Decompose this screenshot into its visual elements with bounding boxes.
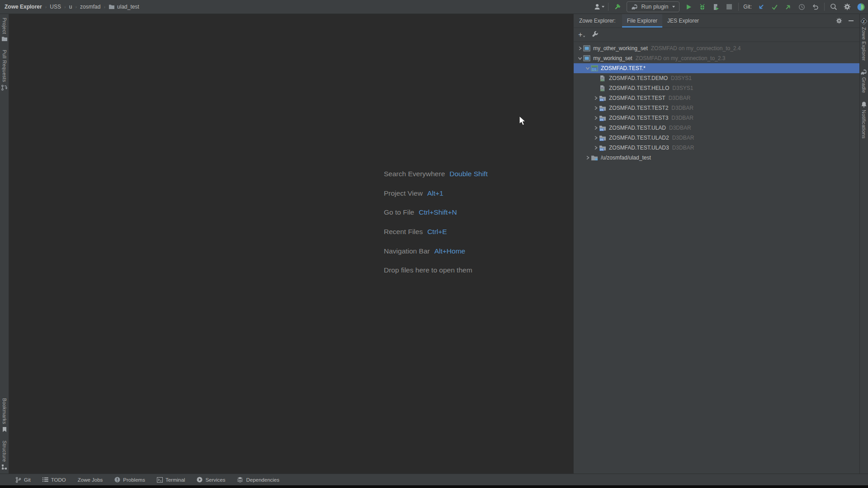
dataset-member-icon: DS [599, 75, 607, 82]
tree-item-detail: D3DBAR [671, 105, 693, 111]
pds-icon: DS [599, 115, 607, 122]
app-logo-icon [857, 3, 865, 11]
chevron-down-icon[interactable] [576, 55, 583, 62]
tree-row[interactable]: DSZOSMFAD.TEST.DEMOD3SYS1 [574, 73, 859, 83]
stripe-button-gradle[interactable]: Gradle [860, 69, 868, 93]
bottom-bar-item-services[interactable]: Services [197, 477, 225, 483]
shortcut-keys: Ctrl+Shift+N [419, 208, 457, 216]
bottom-bar-item-terminal[interactable]: Terminal [157, 477, 185, 483]
structure-icon [1, 464, 7, 470]
settings-icon-button[interactable] [843, 2, 852, 11]
git-label: Git: [743, 4, 752, 10]
tree-row[interactable]: DSZOSMFAD.TEST.ULAD2D3DBAR [574, 133, 859, 143]
commit-icon-button[interactable] [770, 2, 779, 11]
bottom-bar-item-zowe-jobs[interactable]: Zowe Jobs [78, 477, 103, 483]
search-icon-button[interactable] [829, 2, 838, 11]
working-set-icon [583, 45, 591, 52]
commit-icon [771, 4, 778, 10]
tree-row[interactable]: my_working_setZOSMFAD on my_connection_t… [574, 53, 859, 63]
bottom-bar-item-dependencies[interactable]: Dependencies [237, 477, 279, 483]
mouse-cursor [519, 116, 527, 127]
chevron-down-icon [602, 6, 604, 8]
chevron-right-icon[interactable] [576, 45, 583, 52]
add-working-set-button[interactable]: + [578, 32, 585, 38]
update-icon-button[interactable] [756, 2, 765, 11]
tree-row[interactable]: DSZOSMFAD.TEST.ULAD3D3DBAR [574, 143, 859, 153]
shortcut-keys: Alt+Home [434, 247, 466, 255]
breadcrumb-item[interactable]: Zowe Explorer [5, 4, 42, 10]
run-icon [686, 4, 692, 10]
stripe-button-structure[interactable]: Structure [1, 441, 7, 470]
coverage-icon-button[interactable] [711, 2, 720, 11]
bottom-bar-item-problems[interactable]: Problems [114, 477, 145, 483]
hammer-icon [613, 3, 621, 11]
app-logo-icon-button[interactable] [856, 2, 865, 11]
run-icon-button[interactable] [684, 2, 693, 11]
run-plugin-label: Run plugin [642, 4, 669, 10]
bottom-bar-item-git[interactable]: Git [15, 477, 31, 483]
tree-item-name: my_working_set [593, 55, 632, 61]
svg-text:DS: DS [600, 148, 604, 151]
chevron-right-icon[interactable] [592, 145, 599, 151]
tree-row[interactable]: DSZOSMFAD.TEST.ULADD3DBAR [574, 123, 859, 133]
stripe-button-zowe-explorer[interactable]: ZZowe Explorer [860, 18, 868, 61]
pds-icon: DS [599, 105, 607, 112]
rollback-icon-button[interactable] [811, 2, 820, 11]
tree-row[interactable]: DSZOSMFAD.TEST.TESTD3DBAR [574, 93, 859, 103]
svg-text:Z: Z [863, 19, 865, 23]
pds-icon: DS [599, 145, 607, 151]
edit-configuration-wrench-icon[interactable] [592, 31, 599, 39]
shortcut-keys: Alt+1 [427, 189, 443, 197]
stripe-label: Notifications [861, 110, 867, 139]
chevron-right-icon[interactable] [592, 95, 599, 102]
stripe-button-notifications[interactable]: Notifications [861, 101, 867, 139]
chevron-right-icon[interactable] [592, 135, 599, 141]
tree-row[interactable]: DSZOSMFAD.TEST.* [574, 63, 859, 73]
user-icon-button[interactable] [594, 2, 604, 11]
debug-icon-button[interactable] [698, 2, 707, 11]
breadcrumb-item[interactable]: ulad_test [117, 4, 139, 10]
tree-row[interactable]: DSZOSMFAD.TEST.TEST2D3DBAR [574, 103, 859, 113]
pds-icon: DS [599, 125, 607, 131]
breadcrumb-separator: › [104, 4, 105, 9]
breadcrumb-item[interactable]: zosmfad [80, 4, 100, 10]
stripe-button-bookmarks[interactable]: Bookmarks [2, 398, 7, 432]
chevron-right-icon[interactable] [592, 105, 599, 112]
left-tool-stripe: ProjectPull Requests BookmarksStructure [0, 14, 9, 474]
tree-row[interactable]: /u/zosmfad/ulad_test [574, 153, 859, 163]
history-icon-button[interactable] [797, 2, 806, 11]
bottom-bar-label: Dependencies [246, 477, 279, 483]
tree-row[interactable]: DSZOSMFAD.TEST.TEST3D3DBAR [574, 113, 859, 123]
stripe-button-pull-requests[interactable]: Pull Requests [1, 50, 8, 91]
breadcrumb-item[interactable]: USS [50, 4, 61, 10]
chevron-right-icon[interactable] [584, 155, 591, 161]
tree-row[interactable]: my_other_working_setZOSMFAD on my_connec… [574, 43, 859, 53]
tool-window-gear-icon[interactable] [834, 16, 844, 26]
bottom-tool-bar: GitTODOZowe JobsProblemsTerminalServices… [0, 474, 868, 485]
shortcut-action-label: Recent Files [384, 228, 423, 236]
chevron-spacer [592, 75, 599, 82]
uss-folder-icon [591, 155, 599, 161]
tab-file-explorer[interactable]: File Explorer [622, 14, 662, 28]
wrench-icon [592, 31, 599, 38]
hammer-icon-button[interactable] [613, 2, 622, 11]
breadcrumb-item[interactable]: u [69, 4, 72, 10]
chevron-down-icon[interactable] [584, 65, 591, 72]
bottom-bar-item-todo[interactable]: TODO [42, 477, 66, 483]
chevron-right-icon[interactable] [592, 125, 599, 131]
search-icon [830, 3, 837, 10]
push-icon-button[interactable] [783, 2, 793, 11]
tool-window-minimize-icon[interactable] [846, 16, 856, 26]
run-plugin-dropdown[interactable]: Run plugin [627, 1, 680, 12]
pull-requests-icon [1, 84, 8, 91]
tab-jes-explorer[interactable]: JES Explorer [662, 14, 704, 28]
dependencies-icon [237, 477, 243, 483]
chevron-right-icon[interactable] [592, 115, 599, 122]
stripe-button-project[interactable]: Project [1, 18, 8, 42]
todo-icon [42, 477, 48, 482]
stripe-label: Zowe Explorer [861, 27, 867, 61]
history-icon [798, 4, 805, 10]
tree-row[interactable]: DSZOSMFAD.TEST.HELLOD3SYS1 [574, 83, 859, 93]
shortcut-action-label: Search Everywhere [384, 170, 445, 178]
stop-icon-button[interactable] [725, 2, 734, 11]
